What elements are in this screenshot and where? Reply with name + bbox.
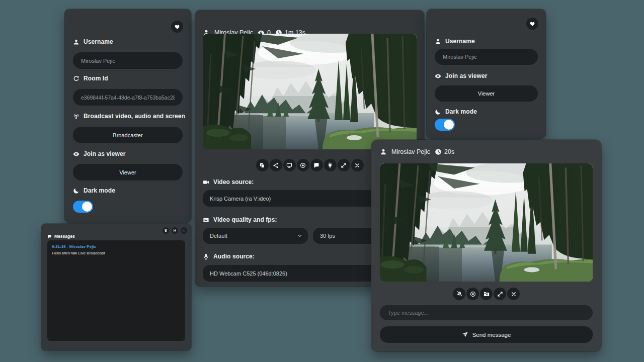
eye-icon — [73, 151, 79, 157]
session-time: 20s — [444, 148, 454, 155]
viewer-video — [380, 163, 593, 282]
dark-mode-label: Dark mode — [84, 187, 115, 194]
fullscreen-button[interactable] — [338, 159, 350, 171]
plug-icon — [327, 162, 333, 168]
close-button[interactable] — [351, 159, 364, 171]
video-source-label: Video source: — [213, 178, 254, 186]
snapshot-icon — [484, 291, 490, 297]
join-viewer-label: Join as viewer — [84, 150, 125, 157]
broadcast-label: Broadcast video, audio and screen — [84, 113, 185, 120]
forest-lake-video-frame — [203, 34, 417, 149]
chat-icon — [47, 234, 52, 239]
close-icon — [354, 162, 360, 168]
forest-lake-video-frame — [380, 163, 593, 282]
moon-icon — [73, 188, 79, 194]
save-messages-button[interactable] — [172, 227, 178, 234]
viewer-button[interactable]: Viewer — [435, 85, 538, 102]
plug-button[interactable] — [324, 159, 337, 171]
share-icon — [273, 162, 279, 168]
chat-icon — [313, 162, 319, 168]
close-messages-button[interactable] — [181, 227, 187, 234]
copy-room-button[interactable] — [256, 159, 269, 171]
save-icon — [173, 229, 177, 232]
room-id-input[interactable] — [73, 89, 183, 106]
dark-mode-toggle[interactable] — [435, 119, 455, 131]
user-icon — [73, 39, 79, 45]
favorite-button[interactable] — [171, 21, 183, 33]
message-text: Hello MiroTalk Live Broadcast — [52, 251, 181, 255]
copy-icon — [259, 162, 265, 168]
dark-mode-label: Dark mode — [445, 108, 477, 115]
username-label: Username — [445, 38, 475, 45]
chevron-down-icon — [297, 233, 302, 238]
user-icon — [435, 38, 441, 45]
message-item: 9:31:36 - Miroslav Pejic Hello MiroTalk … — [52, 244, 181, 255]
bell-muted-icon — [456, 291, 462, 297]
user-icon — [380, 148, 387, 155]
toggle-knob — [82, 202, 92, 212]
close-icon — [182, 229, 186, 232]
fullscreen-button[interactable] — [494, 288, 506, 300]
broadcaster-form-panel: Username Room Id Broadcast video, audio … — [64, 9, 191, 223]
username-input[interactable] — [73, 52, 183, 69]
messages-title: Messages — [54, 234, 75, 239]
broadcaster-button[interactable]: Broadcaster — [73, 127, 183, 143]
record-icon — [470, 291, 476, 297]
viewer-username: Miroslav Pejic — [391, 148, 430, 155]
trash-icon — [164, 229, 168, 232]
refresh-icon — [73, 75, 79, 82]
chat-button[interactable] — [310, 159, 323, 171]
close-icon — [511, 291, 517, 297]
send-icon — [462, 331, 468, 338]
username-label: Username — [84, 38, 113, 45]
moon-icon — [435, 109, 441, 115]
room-id-label: Room Id — [84, 75, 108, 82]
viewer-room-panel: Miroslav Pejic 20s Send message — [371, 140, 601, 351]
audio-source-label: Audio source: — [213, 253, 255, 260]
clear-messages-button[interactable] — [163, 227, 169, 234]
record-icon — [300, 162, 306, 168]
heart-icon — [175, 24, 180, 30]
fullscreen-icon — [497, 291, 503, 297]
screen-share-icon — [286, 162, 292, 168]
viewer-button[interactable]: Viewer — [73, 164, 183, 180]
screen-share-button[interactable] — [283, 159, 296, 171]
record-button[interactable] — [466, 288, 479, 300]
viewer-form-panel: Username Join as viewer Viewer Dark mode — [427, 9, 546, 138]
video-quality-icon — [203, 217, 209, 223]
heart-icon — [530, 21, 535, 27]
message-input[interactable] — [380, 305, 593, 320]
close-button[interactable] — [507, 288, 520, 300]
fullscreen-icon — [341, 162, 347, 168]
share-button[interactable] — [270, 159, 282, 171]
send-message-button[interactable]: Send message — [380, 326, 593, 343]
messages-panel: Messages 9:31:36 - Miroslav Pejic Hello … — [41, 224, 191, 350]
broadcast-tower-icon — [73, 113, 79, 120]
record-button[interactable] — [297, 159, 309, 171]
video-quality-label: Video quality and fps: — [213, 216, 277, 223]
join-viewer-label: Join as viewer — [445, 72, 487, 79]
toggle-knob — [444, 120, 454, 130]
eye-icon — [435, 73, 441, 79]
mute-notifications-button[interactable] — [453, 288, 465, 300]
clock-icon — [435, 148, 442, 155]
broadcast-video-preview — [203, 34, 417, 149]
username-input[interactable] — [435, 49, 538, 65]
messages-list: 9:31:36 - Miroslav Pejic Hello MiroTalk … — [47, 240, 185, 341]
video-quality-select[interactable]: Default — [203, 228, 308, 244]
video-camera-icon — [203, 179, 209, 186]
favorite-button[interactable] — [526, 18, 538, 30]
microphone-icon — [203, 253, 209, 260]
message-meta: 9:31:36 - Miroslav Pejic — [52, 244, 181, 249]
dark-mode-toggle[interactable] — [73, 201, 93, 213]
snapshot-button[interactable] — [480, 288, 493, 300]
